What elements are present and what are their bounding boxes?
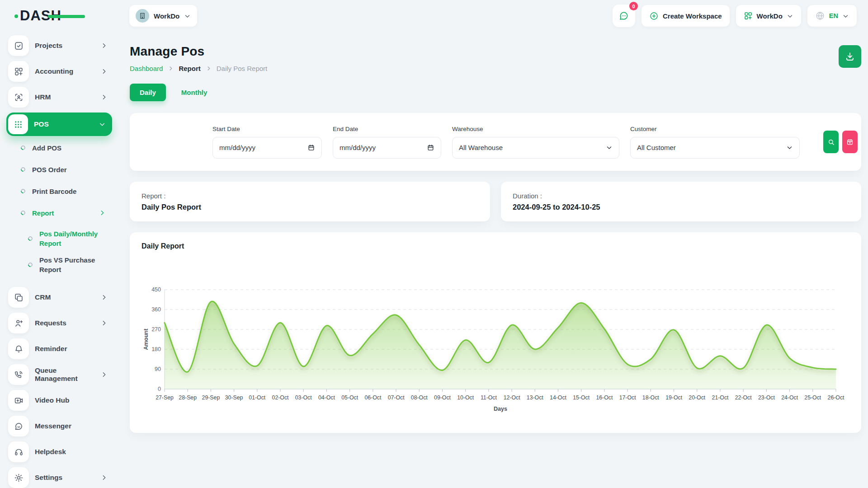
sidebar-item-label: Requests (35, 319, 66, 327)
category-icon (8, 61, 29, 82)
sidebar-item-label: POS (34, 120, 49, 128)
svg-text:360: 360 (151, 306, 161, 313)
page-title: Manage Pos (130, 44, 267, 59)
tab-monthly[interactable]: Monthly (171, 84, 217, 101)
sidebar-subitem-label: Pos VS Purchase Report (39, 255, 99, 274)
calendar-icon[interactable] (427, 144, 434, 151)
end-date-input[interactable]: mm/dd/yyyy (333, 137, 441, 159)
sidebar-subitem-label: Report (32, 209, 54, 217)
calendar-reset-icon (846, 138, 854, 145)
svg-text:19-Oct: 19-Oct (665, 394, 682, 401)
chart-title: Daily Report (142, 242, 849, 250)
sidebar-item-label: HRM (35, 93, 51, 101)
start-date-input[interactable]: mm/dd/yyyy (212, 137, 322, 159)
svg-text:30-Sep: 30-Sep (225, 394, 243, 401)
search-icon (827, 138, 835, 146)
svg-text:17-Oct: 17-Oct (619, 394, 636, 401)
notifications-badge: 0 (629, 2, 638, 10)
sidebar-item-requests[interactable]: Requests (8, 313, 112, 333)
svg-text:24-Oct: 24-Oct (781, 394, 798, 401)
sidebar-subitem-report[interactable]: Report (21, 207, 112, 218)
chevron-down-icon (99, 121, 106, 128)
main-content: Manage Pos Dashboard Report Daily Pos Re… (118, 29, 868, 488)
circle-plus-icon (649, 11, 659, 21)
sidebar-item-crm[interactable]: CRM (8, 287, 112, 308)
workspace-switcher[interactable]: WorkDo (129, 5, 197, 27)
sidebar-item-projects[interactable]: Projects (8, 35, 112, 56)
breadcrumb-dashboard-link[interactable]: Dashboard (130, 65, 163, 72)
sidebar-item-hrm[interactable]: HRM (8, 87, 112, 108)
sidebar-subitem-pos-daily-monthly-report[interactable]: Pos Daily/Monthly Report (28, 229, 112, 248)
svg-text:11-Oct: 11-Oct (481, 394, 497, 401)
breadcrumb-report-link[interactable]: Report (179, 65, 200, 72)
sidebar-item-label: Helpdesk (35, 448, 66, 456)
customer-selected-value: All Customer (637, 144, 676, 151)
svg-text:Amount: Amount (143, 328, 149, 350)
sidebar-subitem-add-pos[interactable]: Add POS (21, 142, 112, 153)
sidebar-item-accounting[interactable]: Accounting (8, 61, 112, 82)
user-scan-icon (8, 87, 29, 108)
sidebar-item-label: Settings (35, 474, 62, 482)
svg-text:14-Oct: 14-Oct (550, 394, 566, 401)
svg-text:90: 90 (155, 366, 161, 372)
calendar-icon[interactable] (307, 144, 315, 151)
sidebar-item-label: Reminder (35, 345, 67, 353)
sidebar-item-reminder[interactable]: Reminder (8, 338, 112, 359)
customer-select[interactable]: All Customer (630, 137, 800, 159)
svg-text:02-Oct: 02-Oct (272, 394, 289, 401)
breadcrumb: Dashboard Report Daily Pos Report (130, 65, 267, 72)
sidebar-item-video-hub[interactable]: Video Hub (8, 390, 112, 411)
sidebar-item-settings[interactable]: Settings (8, 467, 112, 488)
apply-filter-button[interactable] (823, 131, 839, 153)
warehouse-select[interactable]: All Warehouse (452, 137, 619, 159)
chevron-right-icon (100, 319, 108, 327)
duration-value: 2024-09-25 to 2024-10-25 (513, 203, 849, 211)
sidebar-subitem-print-barcode[interactable]: Print Barcode (21, 186, 112, 197)
chevron-down-icon (787, 13, 793, 19)
create-workspace-button[interactable]: Create Workspace (642, 5, 730, 27)
sidebar-item-label: Queue Management (35, 366, 94, 383)
sidebar-item-helpdesk[interactable]: Helpdesk (8, 441, 112, 462)
svg-text:23-Oct: 23-Oct (758, 394, 775, 401)
sidebar-subitem-pos-order[interactable]: POS Order (21, 164, 112, 175)
sidebar-nav: ProjectsAccountingHRMPOSAdd POSPOS Order… (0, 29, 118, 488)
globe-icon (815, 11, 825, 21)
svg-text:13-Oct: 13-Oct (527, 394, 543, 401)
sidebar-item-messenger[interactable]: Messenger (8, 416, 112, 436)
sidebar-item-pos[interactable]: POS (6, 113, 112, 136)
daily-report-card: Daily Report 09018027036045027-Sep28-Sep… (130, 232, 861, 433)
messages-button[interactable]: 0 (613, 5, 635, 27)
chevron-down-icon (842, 13, 849, 19)
tab-daily[interactable]: Daily (130, 84, 166, 101)
sidebar-subitem-label: Add POS (32, 144, 61, 152)
sidebar-item-label: CRM (35, 293, 51, 301)
chat-dots-icon (618, 10, 629, 21)
duration-label: Duration : (513, 192, 849, 200)
svg-text:03-Oct: 03-Oct (295, 394, 312, 401)
chevron-down-icon (606, 144, 613, 151)
report-summary-card: Report : Daily Pos Report (130, 182, 490, 221)
grid-plus-icon (744, 11, 753, 20)
reset-filter-button[interactable] (842, 131, 858, 153)
warehouse-field: Warehouse All Warehouse (452, 126, 619, 159)
sidebar-item-queue-management[interactable]: Queue Management (8, 364, 112, 385)
download-report-button[interactable] (839, 45, 861, 68)
bullet-icon (20, 210, 26, 216)
language-dropdown[interactable]: EN (807, 5, 857, 27)
svg-text:20-Oct: 20-Oct (689, 394, 705, 401)
sidebar-subitem-label: POS Order (32, 166, 67, 174)
svg-text:08-Oct: 08-Oct (411, 394, 428, 401)
chevron-right-icon (100, 474, 108, 481)
sidebar-subitem-pos-vs-purchase-report[interactable]: Pos VS Purchase Report (28, 255, 112, 274)
svg-text:21-Oct: 21-Oct (712, 394, 729, 401)
language-label: EN (829, 12, 838, 19)
app-switcher-dropdown[interactable]: WorkDo (736, 5, 801, 27)
sidebar-subitem-label: Pos Daily/Monthly Report (39, 229, 99, 248)
bullet-icon (20, 166, 26, 173)
svg-text:28-Sep: 28-Sep (179, 394, 197, 401)
phone-call-icon (8, 364, 29, 385)
svg-text:26-Oct: 26-Oct (828, 394, 844, 401)
copy-icon (8, 287, 29, 308)
customer-label: Customer (630, 126, 800, 132)
workspace-name: WorkDo (154, 12, 179, 20)
